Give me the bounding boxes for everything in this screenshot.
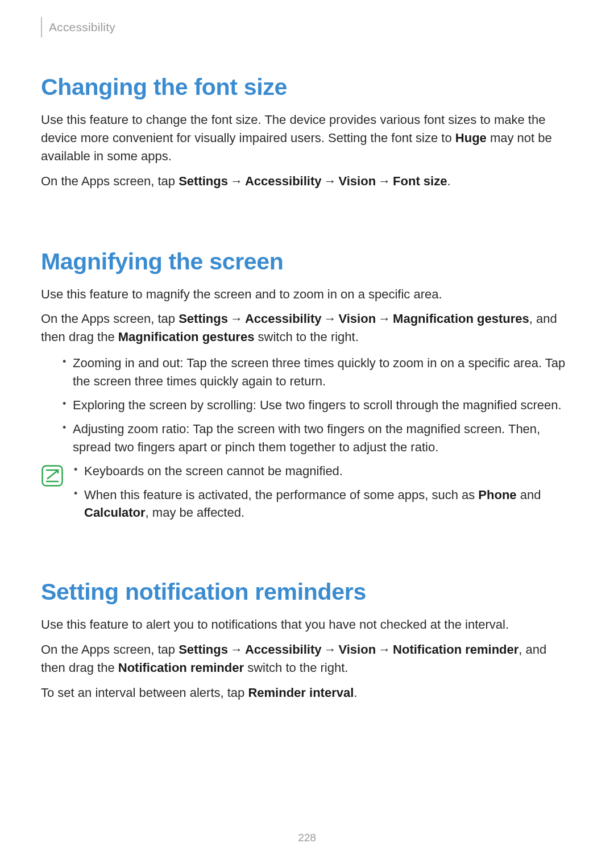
breadcrumb: Accessibility — [49, 17, 115, 34]
body-text: Use this feature to alert you to notific… — [41, 616, 573, 634]
arrow-icon: → — [228, 642, 245, 657]
text: . — [354, 686, 357, 700]
arrow-icon: → — [376, 174, 393, 188]
bold-text: Magnification gestures — [118, 330, 255, 344]
nav-step: Magnification gestures — [393, 312, 529, 326]
nav-step: Accessibility — [245, 174, 322, 188]
text: On the Apps screen, tap — [41, 174, 179, 188]
bold-phone: Phone — [478, 488, 516, 502]
text: To set an interval between alerts, tap — [41, 686, 248, 700]
arrow-icon: → — [228, 174, 245, 188]
arrow-icon: → — [321, 642, 338, 657]
heading-magnifying-screen: Magnifying the screen — [41, 248, 573, 275]
bold-text: Notification reminder — [118, 661, 244, 675]
text: When this feature is activated, the perf… — [84, 488, 478, 502]
nav-step: Accessibility — [245, 642, 322, 657]
text: switch to the right. — [244, 661, 348, 675]
text: On the Apps screen, tap — [41, 312, 179, 326]
arrow-icon: → — [376, 312, 393, 326]
text: , may be affected. — [146, 505, 244, 520]
note-block: Keyboards on the screen cannot be magnif… — [41, 462, 573, 528]
body-text: Use this feature to change the font size… — [41, 111, 573, 165]
bullet-list: Zooming in and out: Tap the screen three… — [41, 354, 573, 456]
nav-step: Vision — [338, 312, 376, 326]
body-text: On the Apps screen, tap Settings→Accessi… — [41, 641, 573, 677]
text: and — [517, 488, 541, 502]
nav-step: Vision — [338, 174, 376, 188]
bold-calculator: Calculator — [84, 505, 146, 520]
nav-step: Settings — [179, 642, 228, 657]
list-item: Exploring the screen by scrolling: Use t… — [63, 396, 573, 414]
nav-step: Notification reminder — [393, 642, 518, 657]
body-text: On the Apps screen, tap Settings→Accessi… — [41, 172, 573, 190]
arrow-icon: → — [321, 174, 338, 188]
nav-step: Vision — [338, 642, 376, 657]
nav-step: Accessibility — [245, 312, 322, 326]
nav-step: Font size — [393, 174, 447, 188]
heading-notification-reminders: Setting notification reminders — [41, 579, 573, 605]
arrow-icon: → — [321, 312, 338, 326]
list-item: Zooming in and out: Tap the screen three… — [63, 354, 573, 391]
page: Accessibility Changing the font size Use… — [0, 0, 614, 868]
text: . — [447, 174, 450, 188]
text: switch to the right. — [254, 330, 358, 344]
nav-step: Settings — [179, 312, 228, 326]
header-rule — [41, 17, 42, 38]
body-text: Use this feature to magnify the screen a… — [41, 285, 573, 304]
note-list: Keyboards on the screen cannot be magnif… — [74, 462, 573, 528]
body-text: On the Apps screen, tap Settings→Accessi… — [41, 310, 573, 346]
body-text: To set an interval between alerts, tap R… — [41, 684, 573, 702]
page-number: 228 — [0, 832, 614, 844]
bold-reminder-interval: Reminder interval — [248, 686, 354, 700]
arrow-icon: → — [376, 642, 393, 657]
list-item: Adjusting zoom ratio: Tap the screen wit… — [63, 420, 573, 456]
page-header: Accessibility — [41, 17, 573, 38]
nav-step: Settings — [179, 174, 228, 188]
text: On the Apps screen, tap — [41, 642, 179, 657]
list-item: Keyboards on the screen cannot be magnif… — [74, 462, 573, 480]
arrow-icon: → — [228, 312, 245, 326]
note-icon — [41, 464, 64, 487]
heading-changing-font-size: Changing the font size — [41, 74, 573, 101]
svg-rect-0 — [43, 466, 63, 485]
bold-huge: Huge — [455, 131, 487, 145]
list-item: When this feature is activated, the perf… — [74, 486, 573, 522]
